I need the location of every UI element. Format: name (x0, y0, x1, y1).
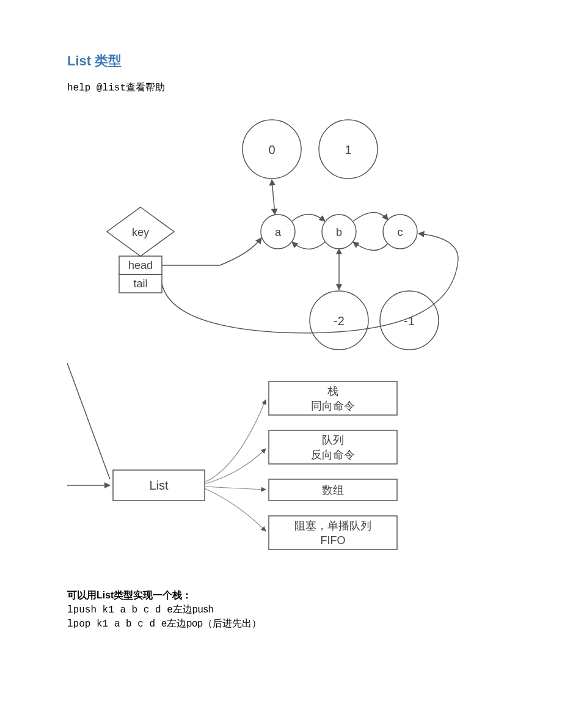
index-0-label: 0 (268, 143, 275, 156)
node-a-label: a (275, 226, 282, 238)
box-array-label: 数组 (322, 484, 344, 496)
box-fifo-l2: FIFO (321, 534, 346, 546)
edge-to-array (205, 487, 266, 490)
help-line: help @list查看帮助 (67, 81, 495, 94)
lpop-txt: 左边pop（后进先出） (167, 618, 261, 628)
head-label: head (128, 259, 153, 271)
edge-to-stack (205, 400, 266, 482)
lpush-cmd: lpush k1 a b c d e (67, 605, 173, 616)
help-command: help @list (67, 83, 126, 94)
list-uses-diagram: List 栈 同向命令 队列 反向命令 数组 阻塞，单播队列 FIFO (67, 363, 495, 571)
box-stack-l1: 栈 (327, 385, 338, 397)
index-n2-label: -2 (334, 314, 345, 328)
edge-b-c (353, 212, 388, 221)
edge-a-0 (272, 180, 275, 215)
page-title: List 类型 (67, 52, 495, 70)
incoming-line (67, 363, 110, 479)
box-fifo-l1: 阻塞，单播队列 (294, 520, 371, 532)
lpop-cmd: lpop k1 a b c d e (67, 619, 167, 630)
lpush-line: lpush k1 a b c d e左边push (67, 603, 495, 616)
edge-a-b (292, 215, 325, 222)
box-queue-l2: 反向命令 (311, 449, 355, 461)
stack-heading: 可以用List类型实现一个栈： (67, 589, 495, 602)
edge-c-b (353, 242, 388, 251)
lpush-txt: 左边push (173, 604, 214, 614)
node-c-label: c (398, 226, 403, 238)
edge-b-a (292, 242, 325, 249)
box-stack-l2: 同向命令 (311, 400, 355, 412)
edge-to-fifo (205, 488, 266, 531)
list-box-label: List (149, 479, 169, 492)
tail-label: tail (133, 278, 147, 290)
lpop-line: lpop k1 a b c d e左边pop（后进先出） (67, 617, 495, 630)
edge-head-a (162, 238, 261, 265)
help-text: 查看帮助 (126, 82, 165, 92)
edge-to-queue (205, 449, 266, 484)
list-structure-diagram: key head tail a b c 0 1 -2 -1 (67, 100, 495, 363)
index-1-label: 1 (345, 143, 351, 156)
box-queue-l1: 队列 (322, 434, 344, 446)
node-b-label: b (336, 226, 342, 238)
key-label: key (132, 226, 149, 238)
